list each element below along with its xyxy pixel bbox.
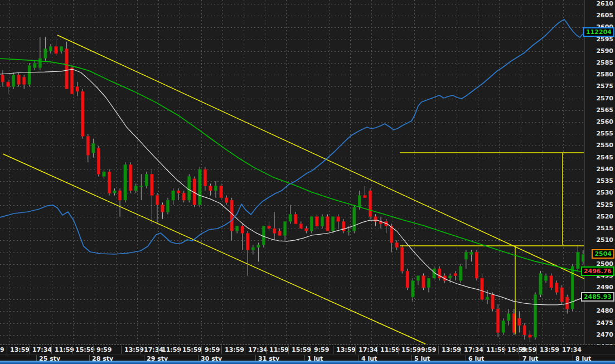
candle-down [438,269,441,278]
price-axis-label: 2480 [585,307,613,315]
time-label: 13:59 [10,346,30,353]
time-label: 17:34 [32,346,52,353]
chart-canvas[interactable] [0,0,584,344]
candle-up [257,245,260,247]
price-axis-label: 2470 [585,331,613,339]
time-tick [483,346,483,354]
time-label: 17:34 [144,346,163,353]
time-tick [221,346,222,354]
price-axis-label: 2570 [585,95,613,103]
time-tick [438,346,439,354]
time-label: 15:59 [292,346,311,353]
time-tick [51,346,52,354]
candle-down [273,229,276,233]
time-label: 9:59 [314,346,329,353]
candle-down [1,75,4,82]
candle-down [97,148,100,174]
candle-up [166,200,170,212]
candle-up [49,46,52,51]
candle-down [316,217,319,226]
candle-down [374,217,377,221]
time-tick [461,346,461,354]
axis-value-mark: 112204 [583,27,614,37]
candle-up [502,321,505,332]
candle-up [134,186,138,191]
time-label: 11:59 [486,346,506,353]
candle-up [459,266,463,280]
candle-down [156,196,159,205]
candle-up [251,247,255,250]
price-axis-label: 2475 [585,319,613,327]
time-tick [266,346,267,354]
price-axis-label: 2515 [585,225,613,232]
candle-up [427,278,430,288]
candle-down [65,49,69,89]
time-tick [201,346,202,354]
candle-down [390,226,393,243]
time-label: 13:59 [540,346,559,353]
candle-up [12,75,15,86]
candle-down [555,283,558,292]
candle-down [496,309,500,332]
candle-down [305,229,308,231]
candle-up [214,186,217,191]
price-axis-label: 2565 [585,106,613,114]
candle-up [310,217,313,231]
candle-up [103,172,106,176]
candle-down [550,276,553,288]
candle-up [486,297,489,299]
candle-down [278,231,282,235]
time-tick [72,346,72,354]
time-axis[interactable]: 913:5917:3411:5915:599:5913:5917:3411:59… [0,344,615,361]
candle-up [235,226,239,231]
candle-down [76,86,79,91]
candle-down [209,186,212,191]
candle-up [331,217,335,231]
time-label: 9 [0,346,4,353]
price-axis-label: 2525 [585,201,613,209]
time-label: 13:59 [442,346,461,353]
candle-down [55,46,58,54]
candle-down [454,274,457,276]
candle-up [358,196,361,207]
price-axis-label: 2590 [585,47,613,55]
candle-down [151,174,154,195]
horizontal-scrollbar[interactable] [0,361,615,364]
candle-up [44,49,47,59]
time-tick [179,346,180,354]
time-tick [288,346,289,354]
candle-up [92,143,95,153]
time-label: 11:59 [269,346,289,353]
chart-region[interactable] [0,0,584,344]
candle-up [140,186,143,187]
axis-value-mark: 2496.76 [581,266,614,276]
candle-down [7,82,9,86]
candle-down [518,318,521,326]
candle-down [560,288,564,302]
candle-down [491,295,495,309]
candle-up [534,295,537,337]
candle-down [182,193,186,200]
candle-up [544,276,548,280]
time-label: 13:59 [336,346,356,353]
trading-chart-window: 2610260526002595259025852580257525702565… [0,0,615,364]
candle-down [523,326,526,335]
candle-up [470,252,473,254]
time-tick [158,346,159,354]
time-label: 17:34 [464,346,483,353]
price-axis-label: 2560 [585,118,613,126]
candle-down [529,335,532,337]
time-label: 9:59 [521,346,536,353]
candle-up [172,191,175,200]
time-label-row: 913:5917:3411:5915:599:5913:5917:3411:59… [0,345,615,355]
candle-up [507,314,511,321]
price-axis[interactable]: 2610260526002595259025852580257525702565… [584,0,615,364]
price-axis-label: 2550 [585,142,613,149]
candle-down [481,278,484,299]
candle-down [177,191,180,193]
candle-down [17,75,21,84]
candle-up [33,63,37,67]
candle-down [220,186,223,198]
time-tick [29,346,30,354]
price-axis-label: 2545 [585,154,613,162]
